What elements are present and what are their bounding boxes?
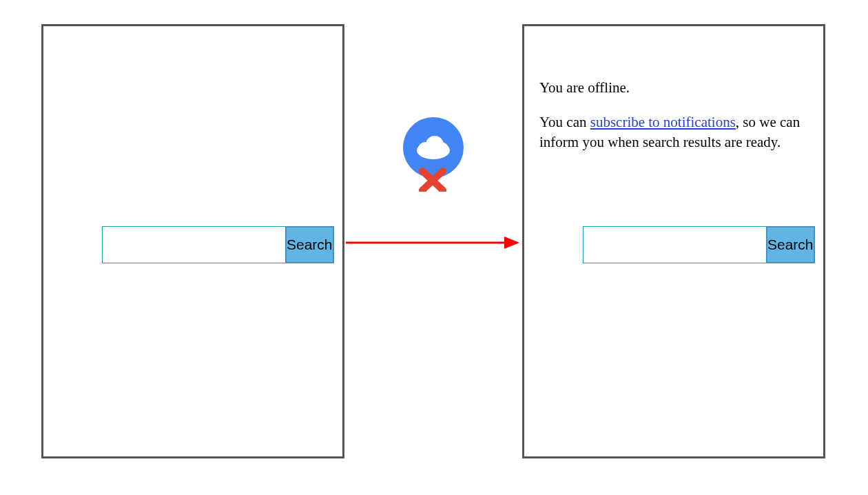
transition-arrow <box>346 234 519 251</box>
search-button-right[interactable]: Search <box>766 226 815 263</box>
svg-point-6 <box>435 142 448 156</box>
search-group-right: Search <box>583 226 759 263</box>
search-group-left: Search <box>102 226 278 263</box>
offline-line2-prefix: You can <box>539 114 590 130</box>
subscribe-link[interactable]: subscribe to notifications <box>590 114 736 130</box>
offline-line1: You are offline. <box>539 78 815 97</box>
search-input-left[interactable] <box>102 226 285 263</box>
search-input-right[interactable] <box>583 226 766 263</box>
svg-marker-1 <box>504 236 519 249</box>
panel-after: You are offline. You can subscribe to no… <box>522 24 825 458</box>
cloud-offline-icon <box>402 117 465 192</box>
offline-message: You are offline. You can subscribe to no… <box>539 78 815 167</box>
search-button-left[interactable]: Search <box>285 226 334 263</box>
offline-line2: You can subscribe to notifications, so w… <box>539 112 815 152</box>
panel-before: Search <box>41 24 344 458</box>
